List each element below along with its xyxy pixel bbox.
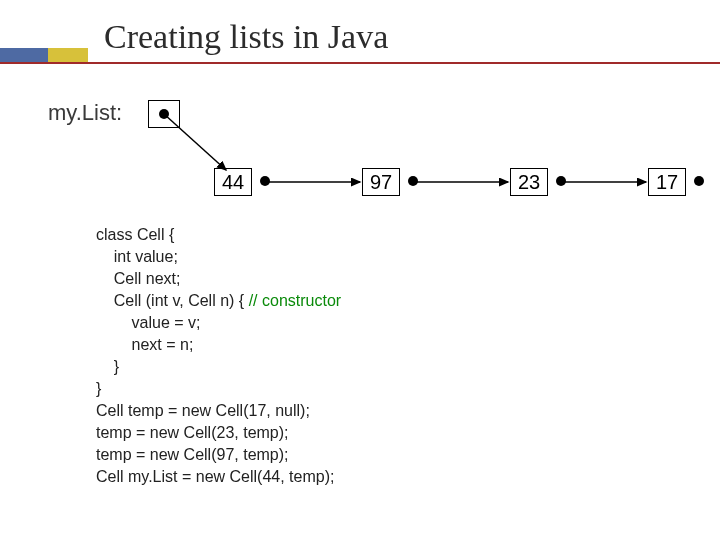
- node-value: 44: [214, 168, 252, 196]
- node-next-box: [686, 168, 712, 194]
- head-pointer-box: [148, 100, 180, 128]
- pointer-dot-icon: [556, 176, 566, 186]
- pointer-dot-icon: [694, 176, 704, 186]
- code-line: value = v;: [96, 314, 201, 331]
- code-line: Cell temp = new Cell(17, null);: [96, 402, 310, 419]
- list-node: 44: [214, 168, 278, 196]
- node-next-box: [252, 168, 278, 194]
- pointer-dot-icon: [260, 176, 270, 186]
- list-node: 17: [648, 168, 712, 196]
- code-line: Cell next;: [96, 270, 180, 287]
- code-line: next = n;: [96, 336, 193, 353]
- code-block: class Cell { int value; Cell next; Cell …: [96, 224, 341, 488]
- code-line: }: [96, 358, 119, 375]
- code-line: Cell (int v, Cell n) {: [96, 292, 249, 309]
- node-next-box: [548, 168, 574, 194]
- node-value: 23: [510, 168, 548, 196]
- pointer-dot-icon: [408, 176, 418, 186]
- code-line: temp = new Cell(97, temp);: [96, 446, 289, 463]
- title-underline: [0, 62, 720, 64]
- code-line: temp = new Cell(23, temp);: [96, 424, 289, 441]
- list-variable-label: my.List:: [48, 100, 122, 126]
- slide-accent-bar: [0, 48, 88, 62]
- code-line: class Cell {: [96, 226, 174, 243]
- code-line: Cell my.List = new Cell(44, temp);: [96, 468, 334, 485]
- slide-title: Creating lists in Java: [104, 18, 388, 56]
- node-value: 17: [648, 168, 686, 196]
- code-line: int value;: [96, 248, 178, 265]
- node-next-box: [400, 168, 426, 194]
- node-value: 97: [362, 168, 400, 196]
- code-comment: // constructor: [249, 292, 341, 309]
- list-node: 23: [510, 168, 574, 196]
- code-line: }: [96, 380, 101, 397]
- pointer-dot-icon: [159, 109, 169, 119]
- list-node: 97: [362, 168, 426, 196]
